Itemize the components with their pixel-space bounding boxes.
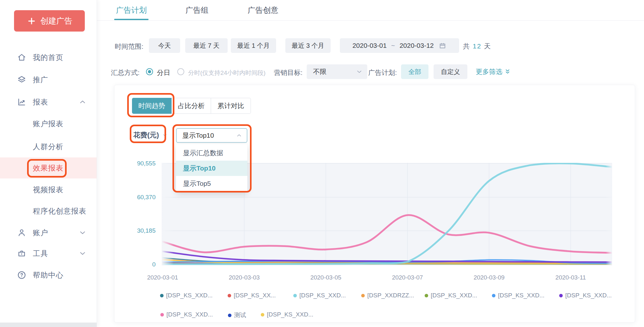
sidebar-item-tools[interactable]: 工具: [0, 243, 97, 264]
sidebar-item-label: 人群分析: [33, 142, 63, 152]
legend-item-5[interactable]: [DSP_KS_XXD...: [492, 292, 545, 299]
chart-tab-share-analysis[interactable]: 占比分析: [172, 98, 211, 114]
annotation-box-time-trend-tab: [127, 93, 174, 117]
sidebar-item-promotion[interactable]: 推广: [0, 69, 97, 90]
series-line-6: [163, 251, 611, 262]
annotation-box-effect-report: [27, 159, 67, 178]
days-count: 12: [473, 42, 481, 50]
radio-hourly[interactable]: [177, 68, 184, 75]
date-start: 2020-03-01: [352, 42, 386, 49]
chevron-up-icon: [78, 98, 87, 106]
radio-hourly-label: 分时(仅支持24小时内时间段): [188, 69, 266, 77]
sidebar-item-programmatic-creative-report[interactable]: 程序化创意报表: [0, 200, 97, 222]
legend-dot: [425, 294, 428, 297]
summary-mode-label: 汇总方式:: [111, 68, 140, 77]
radio-daily[interactable]: [146, 68, 153, 75]
tab-ad-group[interactable]: 广告组: [186, 0, 209, 20]
annotation-box-metric-selector: [130, 125, 166, 143]
legend-label: [DSP_KS_XXD...: [267, 311, 313, 318]
sidebar-bottom-strip: [0, 323, 97, 327]
sidebar-item-label: 账户: [33, 228, 48, 238]
calendar-icon: [438, 41, 447, 50]
sidebar-item-reports[interactable]: 报表: [0, 91, 97, 113]
layers-icon: [17, 75, 26, 84]
days-total: 共 12 天: [463, 42, 491, 51]
ad-plan-filter-label: 广告计划:: [368, 68, 397, 77]
legend-item-7[interactable]: [DSP_KS_XXD...: [160, 311, 213, 318]
x-axis-label: 2020-03-05: [299, 274, 353, 281]
legend-label: [DSP_KS_XXD...: [166, 292, 213, 299]
legend-item-9[interactable]: [DSP_KS_XXD...: [261, 311, 313, 318]
double-chevron-down-icon: [504, 68, 511, 75]
legend-dot: [160, 313, 164, 316]
home-icon: [17, 53, 26, 62]
entity-tabbar: 广告计划广告组广告创意: [97, 0, 644, 21]
sidebar-item-label: 账户报表: [33, 119, 63, 129]
ad-plan-custom-button[interactable]: 自定义: [434, 64, 467, 79]
y-axis-label: 90,555: [121, 160, 156, 167]
sidebar-item-label: 视频报表: [33, 185, 63, 195]
marketing-goal-label: 营销目标:: [274, 68, 303, 77]
legend-item-2[interactable]: [DSP_KS_XXD...: [293, 292, 346, 299]
legend-item-3[interactable]: [DSP_XXDRZZ...: [361, 292, 414, 299]
sidebar-item-video-report[interactable]: 视频报表: [0, 179, 97, 200]
plus-icon: [27, 16, 36, 26]
x-axis-label: 2020-03-03: [217, 274, 271, 281]
date-end: 2020-03-12: [399, 42, 434, 49]
x-axis-label: 2020-03-01: [135, 274, 190, 281]
legend-dot: [293, 294, 297, 297]
sidebar-item-audience-analysis[interactable]: 人群分析: [0, 136, 97, 157]
legend-dot: [228, 314, 231, 317]
sidebar-item-account-report[interactable]: 账户报表: [0, 113, 97, 134]
quick-range-button-3[interactable]: 最近 3 个月: [285, 38, 331, 53]
quick-range-button-0[interactable]: 今天: [149, 38, 180, 53]
sidebar-item-account[interactable]: 账户: [0, 222, 97, 243]
legend-dot: [228, 294, 231, 297]
create-ad-label: 创建广告: [40, 16, 72, 26]
legend-label: [DSP_KS_XXD...: [299, 292, 346, 299]
chart-tab-cumulative-compare[interactable]: 累计对比: [211, 98, 251, 114]
chevron-down-icon: [78, 249, 87, 258]
date-range-button[interactable]: 2020-03-01 ~ 2020-03-12: [340, 38, 459, 53]
series-line-7: [163, 215, 611, 253]
legend-label: [DSP_KS_XXD...: [565, 292, 612, 299]
legend-label: 测试: [234, 311, 246, 319]
legend-item-6[interactable]: [DSP_KS_XXD...: [559, 292, 612, 299]
x-axis-label: 2020-03-11: [544, 274, 598, 281]
time-range-label: 时间范围:: [115, 42, 143, 51]
marketing-goal-select[interactable]: 不限: [307, 64, 367, 79]
tab-ad-creative[interactable]: 广告创意: [248, 0, 278, 20]
days-total-suffix: 天: [484, 42, 491, 50]
legend-item-0[interactable]: [DSP_KS_XXD...: [160, 292, 213, 299]
legend-item-4[interactable]: [DSP_KS_XXD...: [425, 292, 477, 299]
legend-dot: [559, 294, 563, 297]
legend-item-8[interactable]: 测试: [228, 311, 246, 319]
create-ad-button[interactable]: 创建广告: [14, 10, 85, 32]
sidebar-item-help-center[interactable]: 帮助中心: [0, 265, 97, 286]
help-icon: [17, 270, 26, 280]
sidebar-item-label: 程序化创意报表: [33, 206, 86, 216]
tab-ad-plan[interactable]: 广告计划: [116, 0, 147, 20]
y-axis-label: 0: [121, 261, 156, 268]
legend-dot: [361, 294, 365, 297]
chart-icon: [17, 97, 26, 107]
quick-range-button-2[interactable]: 最近 1 个月: [231, 38, 276, 53]
chevron-down-icon: [78, 229, 87, 237]
more-filters-label: 更多筛选: [476, 67, 502, 76]
sidebar-item-label: 报表: [33, 97, 48, 107]
marketing-goal-value: 不限: [313, 67, 326, 76]
toolbox-icon: [17, 249, 26, 258]
y-axis-label: 30,185: [121, 227, 156, 234]
sidebar-item-label: 工具: [33, 249, 48, 258]
x-axis-label: 2020-03-09: [462, 274, 516, 281]
date-separator: ~: [391, 42, 395, 49]
days-total-prefix: 共: [463, 42, 470, 50]
legend-label: [DSP_XXDRZZ...: [367, 292, 414, 299]
x-axis-label: 2020-03-07: [380, 274, 435, 281]
person-icon: [17, 228, 26, 237]
legend-item-1[interactable]: [DSP_KS_XX...: [228, 292, 276, 299]
quick-range-button-1[interactable]: 最近 7 天: [185, 38, 228, 53]
ad-plan-all-button[interactable]: 全部: [401, 64, 428, 79]
sidebar-item-home-page[interactable]: 我的首页: [0, 47, 97, 68]
more-filters-link[interactable]: 更多筛选: [476, 67, 511, 76]
